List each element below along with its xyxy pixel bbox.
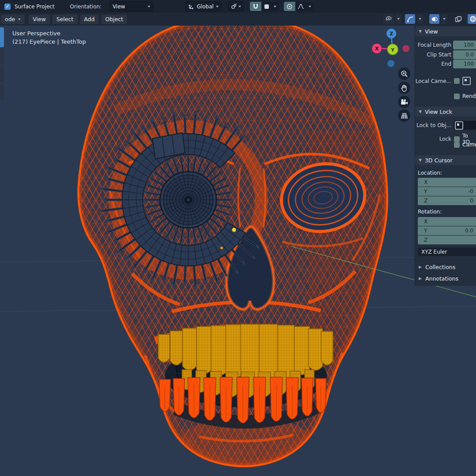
focal-length-row: Focal Length 100 [414,41,476,49]
active-tool-button[interactable] [0,27,4,47]
pivot-point-dropdown[interactable] [228,1,244,11]
transform-orientation-dropdown[interactable]: Global [185,1,221,11]
chevron-down-icon [18,19,21,20]
clip-start-field[interactable]: 0.0 [453,50,476,59]
gizmo-z-neg-axis[interactable] [387,60,394,67]
mode-dropdown[interactable]: ode [1,15,25,24]
perspective-grid-icon [401,112,408,119]
tool-button[interactable] [0,49,4,65]
overlays-toggle[interactable] [429,14,439,24]
proportional-circle-icon [286,4,293,10]
chevron-down-icon [238,6,241,7]
snap-toggle-button[interactable] [250,2,261,11]
focal-length-field[interactable]: 100 [453,41,476,49]
snap-options-chevron[interactable] [272,2,279,11]
active-object-label: (217) EyePiece | TeethTop [12,37,86,46]
hand-icon [401,84,408,92]
view-name-label: User Perspective [12,29,86,37]
orientation-label: Orientation: [70,4,102,10]
cursor-rotation-x[interactable]: X [418,217,476,226]
panel-header-view[interactable]: ▼ View [415,26,476,36]
selected-object-origin-dot[interactable] [220,247,223,249]
xray-toggle[interactable] [453,14,464,24]
cursor-rotation-y[interactable]: Y0.0 [418,226,476,235]
gizmo-z-label: Z [390,31,393,37]
chevron-down-icon [309,6,311,7]
cursor-location-z[interactable]: Z0 [418,196,476,205]
wireframe-globe-icon [469,15,476,22]
menu-select[interactable]: Select [52,15,78,24]
lock-to-object-field[interactable] [454,121,476,130]
pan-button[interactable] [398,82,410,94]
cursor-location-label: Location: [418,170,476,176]
gizmo-x-neg-axis[interactable] [402,45,409,52]
panel-header-3d-cursor[interactable]: ▼ 3D Cursor [415,155,476,165]
chevron-down-icon [443,18,446,20]
camera-to-view-checkbox[interactable] [454,142,460,148]
pivot-icon [231,3,237,10]
panel-collections-collapsed[interactable]: ▶ Collections [415,262,476,272]
snapping-cluster [250,2,279,11]
cursor-rotation-z[interactable]: Z [418,236,476,244]
panel-expand-icon: ▼ [419,29,422,34]
clip-end-label: End [414,61,451,67]
gizmos-toggle[interactable] [405,14,415,24]
tool-button[interactable] [0,84,4,100]
camera-object-picker-icon[interactable] [462,77,471,85]
gizmo-y-label: Y [390,47,395,53]
menu-add[interactable]: Add [80,15,99,24]
navigation-gizmo[interactable]: Z X Y [370,26,414,71]
local-camera-checkbox[interactable] [454,78,460,84]
camera-view-button[interactable] [398,96,410,108]
clip-start-label: Clip Start [414,52,451,58]
panel-header-view-lock[interactable]: ▼ View Lock [415,107,476,116]
panel-collapsed-icon: ▶ [419,276,422,281]
viewport-header: ode View Select Add Object [0,13,476,26]
panel-annotations-collapsed[interactable]: ▶ Annotations [415,273,476,284]
object-picker-icon[interactable] [455,121,463,130]
render-region-checkbox[interactable] [454,94,460,99]
proportional-edit-toggle[interactable] [284,2,295,11]
overlays-icon [431,16,438,22]
camera-to-view-label: Came... [462,142,476,148]
blender-window: ✓ Surface Project Orientation: View Glob… [0,0,476,476]
focal-length-label: Focal Length [414,42,451,48]
render-region-row: Rende... [414,93,476,99]
cursor-location-y[interactable]: Y-0 [418,187,476,196]
chevron-down-icon [148,6,150,7]
surface-project-checkbox[interactable]: ✓ [4,4,11,10]
orthographic-toggle-button[interactable] [398,109,410,122]
clip-end-field[interactable]: 100 [453,60,476,68]
overlays-chevron[interactable] [441,14,447,24]
movie-camera-icon [400,99,408,105]
active-object-origin-dot[interactable] [232,228,236,232]
header-right-icons [383,14,476,24]
lock-label: Lock [414,136,451,142]
panel-collapsed-icon: ▶ [419,265,422,269]
show-gizmo-button[interactable] [383,14,394,24]
falloff-type-button[interactable] [295,2,307,11]
clip-start-row: Clip Start 0.0 [414,50,476,59]
local-camera-label: Local Came... [414,78,451,84]
chevron-down-icon [419,18,421,20]
gizmo-options-chevron[interactable] [395,14,401,24]
menu-view[interactable]: View [29,15,50,24]
falloff-options-chevron[interactable] [307,2,313,11]
snap-target-button[interactable] [261,2,272,11]
sidebar-n-panel: ▼ View Focal Length 100 Clip Start 0.0 E… [414,26,476,286]
local-camera-row: Local Came... [414,77,476,85]
orientation-dropdown[interactable]: View [109,1,153,11]
cursor-location-x[interactable]: X [418,178,476,187]
chevron-down-icon [274,6,276,7]
tool-settings-bar: ✓ Surface Project Orientation: View Glob… [0,0,476,13]
lock-3d-cursor-checkbox[interactable] [454,136,460,142]
menu-object[interactable]: Object [101,15,127,24]
shading-wireframe-toggle[interactable] [468,14,476,24]
rotation-order-dropdown[interactable]: XYZ Euler [418,247,476,256]
tool-button[interactable] [0,66,4,82]
xray-icon [455,16,462,22]
proportional-edit-cluster [284,2,313,11]
zoom-button[interactable] [398,67,410,80]
gizmos-chevron[interactable] [417,14,423,24]
chevron-down-icon [216,6,219,7]
